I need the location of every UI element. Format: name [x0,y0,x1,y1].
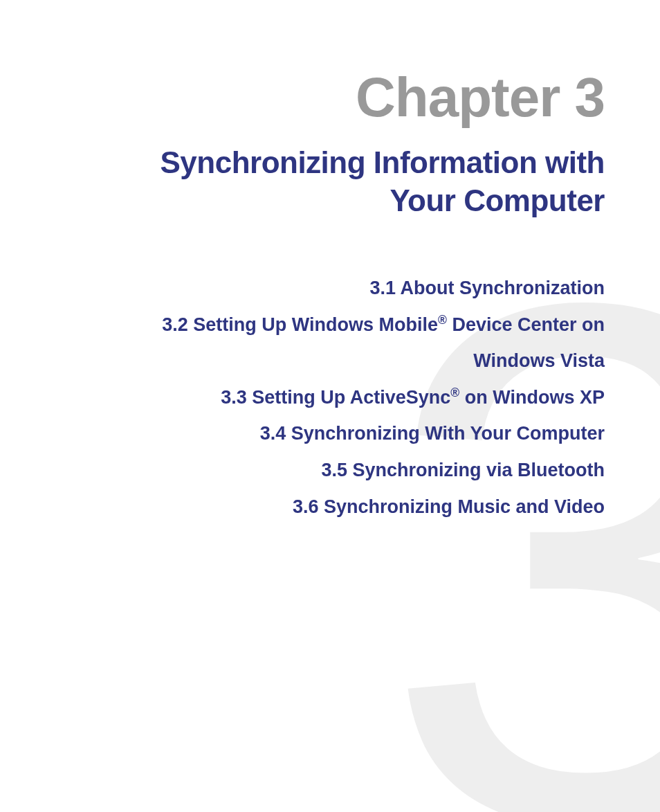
chapter-heading: Chapter 3 [42,66,605,129]
toc-item-6: 3.6 Synchronizing Music and Video [42,490,605,524]
toc-item-2-post: Device Center on [447,314,605,335]
toc-item-2b: Windows Vista [42,344,605,378]
toc-item-3: 3.3 Setting Up ActiveSync® on Windows XP [42,381,605,415]
toc-item-3-pre: 3.3 Setting Up ActiveSync [221,387,450,408]
chapter-title-line2: Your Computer [390,183,605,217]
toc-item-2-pre: 3.2 Setting Up Windows Mobile [162,314,438,335]
registered-mark: ® [438,313,447,327]
chapter-title: Synchronizing Information with Your Comp… [42,143,605,219]
chapter-title-line1: Synchronizing Information with [160,145,605,179]
toc-item-3-post: on Windows XP [459,387,605,408]
page-content: Chapter 3 Synchronizing Information with… [0,0,660,523]
toc-item-2: 3.2 Setting Up Windows Mobile® Device Ce… [42,308,605,342]
registered-mark: ® [450,386,459,399]
table-of-contents: 3.1 About Synchronization 3.2 Setting Up… [42,271,605,523]
toc-item-4: 3.4 Synchronizing With Your Computer [42,417,605,451]
toc-item-5: 3.5 Synchronizing via Bluetooth [42,453,605,487]
toc-item-1: 3.1 About Synchronization [42,271,605,305]
